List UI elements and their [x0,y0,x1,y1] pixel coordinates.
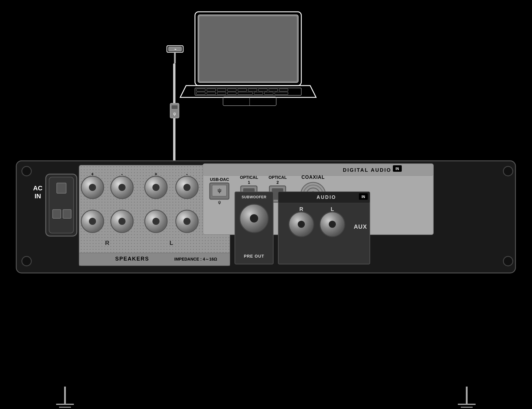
svg-rect-28 [173,63,175,152]
svg-point-94 [310,192,316,198]
svg-rect-18 [238,92,253,94]
svg-text:1: 1 [248,180,250,185]
svg-point-64 [111,210,133,233]
svg-rect-13 [279,89,288,91]
svg-rect-0 [0,0,532,409]
svg-rect-72 [203,164,433,235]
svg-point-108 [298,221,305,228]
svg-point-54 [111,176,133,199]
svg-rect-42 [53,210,61,218]
svg-point-99 [250,214,258,223]
svg-rect-41 [57,183,66,193]
svg-point-61 [183,184,191,191]
svg-rect-84 [241,186,257,202]
svg-point-66 [145,210,167,233]
svg-point-111 [329,221,336,228]
svg-point-35 [503,166,513,176]
svg-rect-20 [264,92,273,94]
svg-rect-9 [238,89,247,91]
svg-rect-47 [79,253,230,266]
svg-text:SPEAKERS: SPEAKERS [115,256,149,262]
svg-rect-102 [278,192,370,203]
svg-text:L: L [331,206,334,212]
svg-text:IN: IN [35,192,41,200]
svg-rect-40 [49,177,74,233]
svg-rect-11 [258,89,267,91]
svg-point-52 [89,184,96,191]
svg-text:IN: IN [362,195,365,199]
svg-rect-12 [269,89,278,91]
svg-rect-7 [217,89,226,91]
svg-point-65 [118,218,126,225]
svg-rect-1 [195,12,301,86]
svg-point-67 [152,218,160,225]
svg-text:IN: IN [396,167,399,171]
svg-rect-17 [227,92,236,94]
svg-rect-44 [79,165,230,266]
svg-text:OPTICAL: OPTICAL [240,175,258,180]
svg-point-110 [320,212,345,237]
svg-text:OPTICAL: OPTICAL [269,175,287,180]
svg-rect-88 [269,186,286,202]
svg-text:IMPEDANCE : 4～16Ω: IMPEDANCE : 4～16Ω [174,257,217,261]
svg-text:SUBWOOFER: SUBWOOFER [242,195,266,199]
svg-text:+: + [91,171,94,176]
svg-rect-19 [254,92,263,94]
svg-rect-25 [168,47,182,51]
svg-rect-16 [217,92,226,94]
svg-point-95 [312,193,315,196]
svg-rect-85 [243,188,255,200]
svg-rect-46 [80,166,229,253]
svg-rect-14 [196,92,205,94]
svg-text:ψ: ψ [218,200,221,204]
svg-text:+: + [154,171,157,176]
svg-rect-78 [210,183,229,199]
svg-text:-: - [121,171,123,176]
svg-rect-24 [167,46,183,52]
svg-point-55 [118,184,126,191]
svg-point-107 [289,212,314,237]
svg-rect-22 [223,97,276,106]
svg-rect-96 [235,192,273,264]
svg-rect-89 [272,188,283,200]
svg-rect-101 [278,192,370,264]
svg-rect-104 [359,193,368,200]
svg-point-34 [22,256,31,266]
svg-text:L: L [170,240,173,246]
svg-point-58 [152,184,160,191]
svg-point-63 [89,218,96,225]
svg-rect-5 [196,89,205,91]
svg-rect-21 [275,92,288,94]
svg-point-93 [306,188,320,202]
svg-point-69 [183,218,191,225]
main-container: ⌁ ψ AC IN [0,0,532,409]
svg-point-68 [176,210,198,233]
svg-text:AUDIO: AUDIO [317,195,336,200]
svg-rect-4 [195,88,301,95]
laptop-illustration [180,12,316,106]
svg-point-57 [145,176,167,199]
svg-point-36 [503,256,513,266]
svg-point-60 [176,176,198,199]
svg-text:R: R [105,240,110,246]
svg-rect-6 [207,89,216,91]
svg-rect-3 [199,16,297,81]
svg-rect-30 [171,105,178,109]
svg-rect-39 [46,174,77,236]
svg-point-98 [240,204,268,233]
svg-text:DIGITAL AUDIO: DIGITAL AUDIO [343,167,391,173]
svg-point-33 [22,166,31,176]
svg-text:2: 2 [276,180,279,185]
svg-text:PRE OUT: PRE OUT [244,254,264,259]
svg-text:AUX: AUX [354,223,367,230]
svg-rect-73 [203,164,433,176]
svg-rect-43 [63,210,71,218]
svg-text:-: - [186,171,188,176]
svg-point-62 [81,210,104,233]
svg-text:COAXIAL: COAXIAL [302,175,325,180]
svg-text:ψ: ψ [173,111,176,116]
svg-rect-75 [393,165,402,172]
svg-text:AC: AC [33,184,43,192]
svg-text:R: R [300,206,303,212]
svg-point-51 [81,176,104,199]
